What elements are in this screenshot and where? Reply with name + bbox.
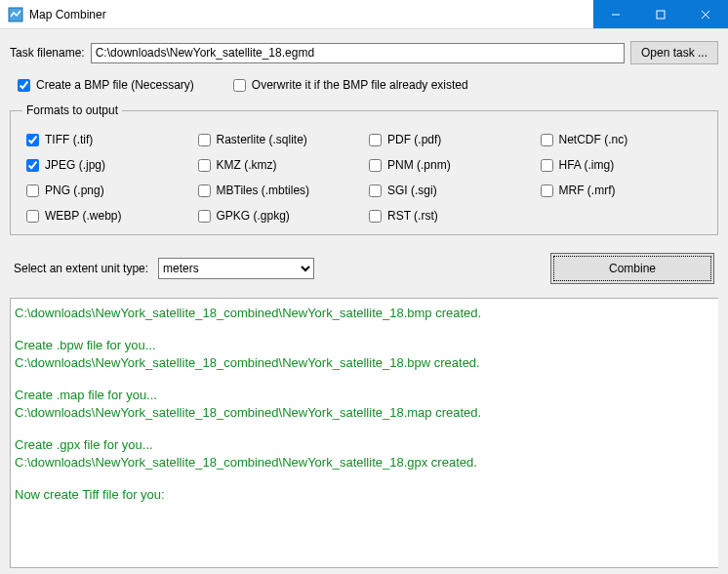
log-line — [15, 373, 714, 387]
format-netcdf-checkbox-input[interactable] — [541, 134, 553, 146]
format-tiff-label: TIFF (.tif) — [45, 133, 93, 146]
format-rst-label: RST (.rst) — [387, 209, 438, 223]
format-png-checkbox-input[interactable] — [26, 184, 39, 197]
task-filename-row: Task filename: Open task ... — [10, 41, 718, 64]
format-tiff-checkbox[interactable]: TIFF (.tif) — [26, 133, 188, 146]
format-rasterlite-checkbox-input[interactable] — [198, 134, 211, 146]
log-output[interactable]: C:\downloads\NewYork_satellite_18_combin… — [10, 298, 718, 568]
titlebar[interactable]: Map Combiner — [0, 0, 728, 29]
format-mbtiles-checkbox-input[interactable] — [198, 184, 211, 197]
format-rst-checkbox[interactable]: RST (.rst) — [369, 209, 531, 223]
format-hfa-label: HFA (.img) — [559, 158, 615, 172]
format-jpeg-checkbox-input[interactable] — [26, 159, 39, 172]
overwrite-checkbox[interactable]: Overwrite it if the BMP file already exi… — [233, 78, 468, 92]
create-bmp-label: Create a BMP file (Necessary) — [36, 78, 194, 92]
task-filename-label: Task filename: — [10, 46, 85, 60]
log-line — [15, 323, 714, 337]
overwrite-label: Overwrite it if the BMP file already exi… — [252, 78, 468, 92]
task-filename-input[interactable] — [91, 43, 625, 63]
log-line: Create .bpw file for you... — [15, 337, 714, 354]
formats-fieldset: Formats to output TIFF (.tif)Rasterlite … — [10, 103, 718, 235]
extent-row: Select an extent unit type: meters Combi… — [10, 245, 718, 288]
svg-rect-2 — [657, 11, 665, 19]
formats-legend: Formats to output — [22, 103, 122, 117]
log-line: Create .gpx file for you... — [15, 436, 714, 454]
log-line: C:\downloads\NewYork_satellite_18_combin… — [15, 354, 714, 372]
extent-unit-select[interactable]: meters — [158, 258, 314, 279]
format-webp-label: WEBP (.webp) — [45, 209, 121, 223]
format-pdf-checkbox[interactable]: PDF (.pdf) — [369, 133, 531, 146]
app-icon — [8, 7, 23, 22]
log-line: C:\downloads\NewYork_satellite_18_combin… — [15, 404, 714, 422]
maximize-button[interactable] — [638, 0, 683, 28]
format-rasterlite-checkbox[interactable]: Rasterlite (.sqlite) — [198, 133, 360, 146]
format-png-label: PNG (.png) — [45, 184, 104, 197]
format-mbtiles-label: MBTiles (.mbtiles) — [217, 184, 310, 197]
log-line — [15, 472, 714, 486]
create-bmp-checkbox[interactable]: Create a BMP file (Necessary) — [18, 78, 194, 92]
format-hfa-checkbox-input[interactable] — [541, 159, 553, 172]
format-hfa-checkbox[interactable]: HFA (.img) — [541, 158, 703, 172]
format-gpkg-checkbox[interactable]: GPKG (.gpkg) — [198, 209, 360, 223]
format-pdf-checkbox-input[interactable] — [369, 134, 382, 146]
format-jpeg-checkbox[interactable]: JPEG (.jpg) — [26, 158, 188, 172]
format-kmz-checkbox-input[interactable] — [198, 159, 211, 172]
format-png-checkbox[interactable]: PNG (.png) — [26, 184, 188, 197]
format-kmz-label: KMZ (.kmz) — [217, 158, 277, 172]
format-sgi-checkbox[interactable]: SGI (.sgi) — [369, 184, 531, 197]
format-gpkg-checkbox-input[interactable] — [198, 210, 211, 223]
format-jpeg-label: JPEG (.jpg) — [45, 158, 105, 172]
format-sgi-label: SGI (.sgi) — [387, 184, 437, 197]
combine-button[interactable]: Combine — [550, 253, 714, 284]
open-task-button[interactable]: Open task ... — [630, 41, 718, 64]
extent-label: Select an extent unit type: — [14, 262, 148, 275]
format-pnm-label: PNM (.pnm) — [387, 158, 451, 172]
format-mbtiles-checkbox[interactable]: MBTiles (.mbtiles) — [198, 184, 360, 197]
format-gpkg-label: GPKG (.gpkg) — [217, 209, 290, 223]
close-button[interactable] — [683, 0, 728, 28]
bmp-options-row: Create a BMP file (Necessary) Overwrite … — [10, 74, 718, 92]
format-rasterlite-label: Rasterlite (.sqlite) — [217, 133, 307, 146]
format-mrf-checkbox[interactable]: MRF (.mrf) — [541, 184, 703, 197]
format-sgi-checkbox-input[interactable] — [369, 184, 382, 197]
log-line: Now create Tiff file for you: — [15, 486, 714, 504]
log-line: C:\downloads\NewYork_satellite_18_combin… — [15, 454, 714, 472]
minimize-button[interactable] — [593, 0, 638, 28]
formats-grid: TIFF (.tif)Rasterlite (.sqlite)PDF (.pdf… — [22, 127, 706, 223]
format-mrf-label: MRF (.mrf) — [559, 184, 616, 197]
format-webp-checkbox-input[interactable] — [26, 210, 39, 223]
format-webp-checkbox[interactable]: WEBP (.webp) — [26, 209, 188, 223]
log-line: C:\downloads\NewYork_satellite_18_combin… — [15, 305, 714, 322]
format-tiff-checkbox-input[interactable] — [26, 134, 39, 146]
log-line: Create .map file for you... — [15, 387, 714, 404]
format-pnm-checkbox[interactable]: PNM (.pnm) — [369, 158, 531, 172]
format-netcdf-label: NetCDF (.nc) — [559, 133, 628, 146]
format-netcdf-checkbox[interactable]: NetCDF (.nc) — [541, 133, 703, 146]
window-title: Map Combiner — [29, 8, 106, 21]
format-mrf-checkbox-input[interactable] — [541, 184, 553, 197]
log-line — [15, 423, 714, 436]
format-kmz-checkbox[interactable]: KMZ (.kmz) — [198, 158, 360, 172]
create-bmp-checkbox-input[interactable] — [18, 79, 30, 92]
format-rst-checkbox-input[interactable] — [369, 210, 382, 223]
format-pnm-checkbox-input[interactable] — [369, 159, 382, 172]
overwrite-checkbox-input[interactable] — [233, 79, 246, 92]
format-pdf-label: PDF (.pdf) — [387, 133, 441, 146]
